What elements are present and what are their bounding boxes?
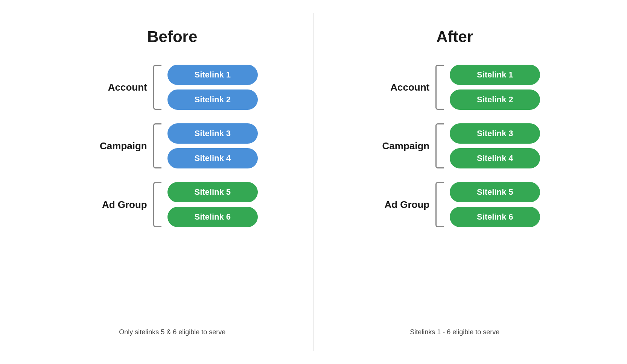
sitelink-pill: Sitelink 6	[450, 207, 540, 227]
sitelinks-col: Sitelink 1Sitelink 2	[167, 65, 258, 110]
level-row: CampaignSitelink 3Sitelink 4	[54, 123, 291, 168]
level-label: Campaign	[369, 140, 429, 152]
level-label: Ad Group	[369, 199, 429, 211]
sitelink-pill: Sitelink 2	[450, 89, 540, 110]
sitelinks-col: Sitelink 5Sitelink 6	[167, 182, 258, 227]
sitelink-pill: Sitelink 1	[167, 65, 258, 85]
level-label: Ad Group	[87, 199, 147, 211]
bracket-container	[153, 123, 161, 168]
before-panel: Before AccountSitelink 1Sitelink 2Campai…	[31, 13, 314, 351]
level-row: CampaignSitelink 3Sitelink 4	[336, 123, 574, 168]
after-title: After	[436, 28, 473, 46]
sitelink-pill: Sitelink 4	[450, 148, 540, 168]
bracket	[153, 182, 161, 227]
level-row: Ad GroupSitelink 5Sitelink 6	[54, 182, 291, 227]
sitelink-pill: Sitelink 6	[167, 207, 258, 227]
level-label: Account	[369, 82, 429, 93]
before-diagram: AccountSitelink 1Sitelink 2CampaignSitel…	[54, 65, 291, 319]
sitelinks-col: Sitelink 3Sitelink 4	[167, 123, 258, 168]
main-container: Before AccountSitelink 1Sitelink 2Campai…	[31, 13, 596, 351]
sitelink-pill: Sitelink 5	[450, 182, 540, 202]
sitelinks-col: Sitelink 5Sitelink 6	[450, 182, 540, 227]
level-row: AccountSitelink 1Sitelink 2	[336, 65, 574, 110]
bracket	[435, 123, 444, 168]
sitelink-pill: Sitelink 3	[167, 123, 258, 144]
bracket-container	[153, 182, 161, 227]
bracket	[435, 182, 444, 227]
after-footnote: Sitelinks 1 - 6 eligible to serve	[410, 319, 499, 336]
after-diagram: AccountSitelink 1Sitelink 2CampaignSitel…	[336, 65, 574, 319]
level-row: Ad GroupSitelink 5Sitelink 6	[336, 182, 574, 227]
bracket	[153, 65, 161, 110]
level-label: Account	[87, 82, 147, 93]
before-title: Before	[147, 28, 197, 46]
level-row: AccountSitelink 1Sitelink 2	[54, 65, 291, 110]
sitelink-pill: Sitelink 5	[167, 182, 258, 202]
bracket-container	[435, 65, 444, 110]
before-footnote: Only sitelinks 5 & 6 eligible to serve	[119, 319, 225, 336]
sitelink-pill: Sitelink 1	[450, 65, 540, 85]
bracket-container	[435, 182, 444, 227]
bracket	[435, 65, 444, 110]
sitelink-pill: Sitelink 2	[167, 89, 258, 110]
bracket-container	[153, 65, 161, 110]
bracket-container	[435, 123, 444, 168]
sitelink-pill: Sitelink 3	[450, 123, 540, 144]
sitelinks-col: Sitelink 3Sitelink 4	[450, 123, 540, 168]
sitelinks-col: Sitelink 1Sitelink 2	[450, 65, 540, 110]
level-label: Campaign	[87, 140, 147, 152]
after-panel: After AccountSitelink 1Sitelink 2Campaig…	[314, 13, 596, 351]
bracket	[153, 123, 161, 168]
sitelink-pill: Sitelink 4	[167, 148, 258, 168]
